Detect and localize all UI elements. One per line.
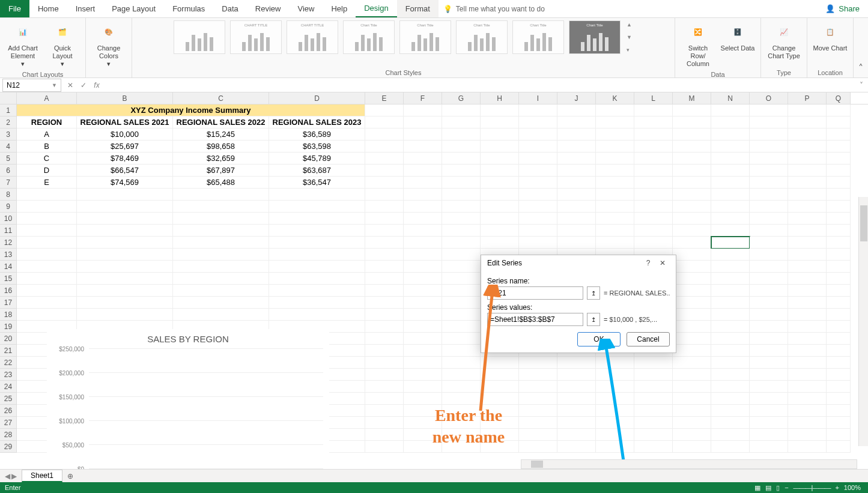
cell-C4[interactable]: $98,658 (173, 141, 269, 153)
cell-D5[interactable]: $45,789 (269, 153, 365, 165)
cell-I7[interactable] (519, 177, 557, 189)
cell-N24[interactable] (711, 381, 750, 393)
sheet-next-button[interactable]: ▶ (11, 472, 17, 480)
cell-G29[interactable] (442, 441, 481, 453)
cell-G28[interactable] (442, 429, 481, 441)
cell-O21[interactable] (750, 345, 788, 357)
row-header-1[interactable]: 1 (0, 104, 17, 116)
tab-design[interactable]: Design (356, 0, 396, 17)
tab-file[interactable]: File (0, 0, 29, 17)
cell-K12[interactable] (596, 237, 634, 249)
zoom-out-button[interactable]: − (785, 484, 788, 491)
cell-Q28[interactable] (827, 429, 851, 441)
cell-H10[interactable] (481, 213, 519, 225)
tab-data[interactable]: Data (213, 0, 246, 17)
cell-L8[interactable] (634, 189, 673, 201)
cell-H24[interactable] (481, 381, 519, 393)
row-header-16[interactable]: 16 (0, 285, 17, 297)
cell-M26[interactable] (673, 405, 711, 417)
cell-I26[interactable] (519, 405, 557, 417)
cell-P29[interactable] (788, 441, 827, 453)
cell-I12[interactable] (519, 237, 557, 249)
cell-I23[interactable] (519, 369, 557, 381)
cell-O15[interactable] (750, 273, 788, 285)
cell-J25[interactable] (557, 393, 596, 405)
row-header-18[interactable]: 18 (0, 309, 17, 321)
cell-I27[interactable] (519, 417, 557, 429)
cell-F20[interactable] (404, 333, 442, 345)
cell-C17[interactable] (173, 297, 269, 309)
cell-L29[interactable] (634, 441, 673, 453)
cell-E6[interactable] (365, 165, 404, 177)
cell-L9[interactable] (634, 201, 673, 213)
cell-Q18[interactable] (827, 309, 851, 321)
cell-J27[interactable] (557, 417, 596, 429)
cell-P15[interactable] (788, 273, 827, 285)
cell-C16[interactable] (173, 285, 269, 297)
cell-H5[interactable] (481, 153, 519, 165)
cell-M28[interactable] (673, 429, 711, 441)
cell-Q3[interactable] (827, 129, 851, 141)
cell-F8[interactable] (404, 189, 442, 201)
cell-G20[interactable] (442, 333, 481, 345)
cell-F19[interactable] (404, 321, 442, 333)
cell-G11[interactable] (442, 225, 481, 237)
cell-J9[interactable] (557, 201, 596, 213)
cell-E3[interactable] (365, 129, 404, 141)
tab-format[interactable]: Format (397, 0, 439, 17)
cell-E21[interactable] (365, 345, 404, 357)
cell-H7[interactable] (481, 177, 519, 189)
cell-Q11[interactable] (827, 225, 851, 237)
cell-F13[interactable] (404, 249, 442, 261)
cell-G1[interactable] (442, 104, 481, 116)
cell-A15[interactable] (17, 273, 77, 285)
cell-F9[interactable] (404, 201, 442, 213)
cell-B17[interactable] (77, 297, 173, 309)
cell-J4[interactable] (557, 141, 596, 153)
chart-style-5[interactable]: Chart Title (399, 20, 451, 54)
cell-F2[interactable] (404, 116, 442, 129)
cell-O20[interactable] (750, 333, 788, 345)
cell-M12[interactable] (673, 237, 711, 249)
cell-P5[interactable] (788, 153, 827, 165)
style-scroll[interactable]: ▲▼▾ (625, 20, 633, 54)
cell-O9[interactable] (750, 201, 788, 213)
view-normal-button[interactable]: ▦ (754, 484, 760, 492)
cell-P1[interactable] (788, 104, 827, 116)
row-header-29[interactable]: 29 (0, 441, 17, 453)
cell-N14[interactable] (711, 261, 750, 273)
cell-A17[interactable] (17, 297, 77, 309)
cell-M17[interactable] (673, 297, 711, 309)
cell-O1[interactable] (750, 104, 788, 116)
cell-H26[interactable] (481, 405, 519, 417)
cell-K1[interactable] (596, 104, 634, 116)
cell-F5[interactable] (404, 153, 442, 165)
cell-B15[interactable] (77, 273, 173, 285)
cell-K9[interactable] (596, 201, 634, 213)
cell-Q4[interactable] (827, 141, 851, 153)
row-header-6[interactable]: 6 (0, 165, 17, 177)
cell-M10[interactable] (673, 213, 711, 225)
cell-D10[interactable] (269, 213, 365, 225)
row-header-15[interactable]: 15 (0, 273, 17, 285)
cell-E4[interactable] (365, 141, 404, 153)
range-picker-button-2[interactable]: ↥ (587, 313, 600, 326)
cell-K25[interactable] (596, 393, 634, 405)
cell-N13[interactable] (711, 249, 750, 261)
cell-E20[interactable] (365, 333, 404, 345)
cell-G14[interactable] (442, 261, 481, 273)
cell-P26[interactable] (788, 405, 827, 417)
cell-N12[interactable] (711, 237, 750, 249)
cell-M1[interactable] (673, 104, 711, 116)
column-header-H[interactable]: H (481, 92, 519, 104)
cell-F7[interactable] (404, 177, 442, 189)
quick-layout-button[interactable]: 🗂️Quick Layout ▾ (44, 20, 80, 68)
cell-J12[interactable] (557, 237, 596, 249)
cell-Q26[interactable] (827, 405, 851, 417)
cell-J24[interactable] (557, 381, 596, 393)
cell-H11[interactable] (481, 225, 519, 237)
cell-P10[interactable] (788, 213, 827, 225)
cell-K4[interactable] (596, 141, 634, 153)
select-data-button[interactable]: 🗄️Select Data (720, 20, 756, 52)
cell-C14[interactable] (173, 261, 269, 273)
